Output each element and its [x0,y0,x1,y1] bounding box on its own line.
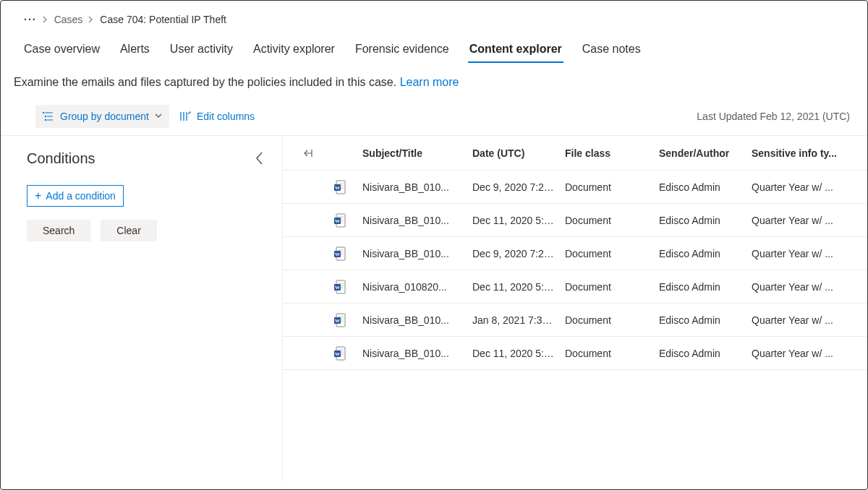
cell-sensitive-info: Quarter Year w/ ... [752,281,847,293]
svg-point-3 [43,112,43,113]
learn-more-link[interactable]: Learn more [400,76,459,88]
tab-user-activity[interactable]: User activity [169,38,234,63]
results-table: Subject/Title Date (UTC) File class Send… [283,136,867,482]
chevron-down-icon [155,113,162,119]
header-file-class[interactable]: File class [565,147,659,159]
table-row[interactable]: WNisivara_BB_010...Dec 9, 2020 7:25 ...D… [283,171,867,204]
tab-content-explorer[interactable]: Content explorer [468,38,563,63]
conditions-panel: Conditions + Add a condition Search Clea… [1,136,283,482]
word-document-icon: W [333,346,362,361]
subtitle-text: Examine the emails and files captured by… [14,76,400,88]
breadcrumb: ··· Cases Case 704: Potential IP Theft [1,14,867,38]
cell-subject: Nisivara_BB_010... [362,248,472,259]
command-bar: Group by document Edit columns Last Upda… [1,105,867,135]
add-condition-button[interactable]: + Add a condition [27,185,124,207]
svg-text:W: W [335,318,340,324]
cell-sender: Edisco Admin [659,248,752,259]
group-by-label: Group by document [60,111,149,122]
cell-sender: Edisco Admin [659,348,752,359]
table-row[interactable]: WNisivara_BB_010...Dec 11, 2020 5:4...Do… [283,204,867,237]
search-button[interactable]: Search [27,220,90,241]
add-condition-label: Add a condition [46,190,116,202]
cell-date: Jan 8, 2021 7:34 ... [472,314,565,326]
breadcrumb-item-cases[interactable]: Cases [54,14,83,25]
svg-text:W: W [335,252,340,257]
chevron-right-icon [43,16,48,23]
cell-subject: Nisivara_BB_010... [362,215,472,226]
cell-file-class: Document [565,314,659,326]
cell-date: Dec 11, 2020 5:4... [472,348,565,359]
cell-sensitive-info: Quarter Year w/ ... [752,348,847,359]
cell-sender: Edisco Admin [659,181,752,193]
tab-alerts[interactable]: Alerts [119,38,151,63]
tab-activity-explorer[interactable]: Activity explorer [252,38,336,63]
cell-file-class: Document [565,281,659,293]
svg-text:W: W [335,218,340,224]
word-document-icon: W [333,213,362,228]
header-sensitive-info[interactable]: Sensitive info ty... [752,147,847,159]
cell-date: Dec 11, 2020 5:4... [472,215,565,226]
svg-point-4 [45,116,46,116]
cell-date: Dec 11, 2020 5:4... [472,281,565,293]
word-document-icon: W [333,313,362,327]
tab-bar: Case overviewAlertsUser activityActivity… [1,38,867,72]
cell-file-class: Document [565,248,659,259]
word-document-icon: W [333,280,362,294]
cell-file-class: Document [565,215,659,226]
svg-point-5 [45,119,46,120]
cell-sensitive-info: Quarter Year w/ ... [752,215,847,226]
table-row[interactable]: WNisivara_BB_010...Dec 11, 2020 5:4...Do… [283,337,867,370]
cell-sensitive-info: Quarter Year w/ ... [752,181,847,193]
header-sender[interactable]: Sender/Author [659,147,752,159]
cell-date: Dec 9, 2020 7:25 ... [472,248,565,259]
word-document-icon: W [333,246,362,261]
clear-button[interactable]: Clear [101,220,156,241]
cell-subject: Nisivara_BB_010... [362,314,472,326]
cell-sender: Edisco Admin [659,281,752,293]
cell-subject: Nisivara_010820... [362,281,472,293]
table-row[interactable]: WNisivara_BB_010...Jan 8, 2021 7:34 ...D… [283,304,867,337]
list-group-icon [43,111,54,121]
chevron-right-icon [88,16,94,23]
tab-case-overview[interactable]: Case overview [22,38,101,63]
table-row[interactable]: WNisivara_BB_010...Dec 9, 2020 7:25 ...D… [283,237,867,270]
breadcrumb-item-current[interactable]: Case 704: Potential IP Theft [100,14,226,25]
edit-columns-label: Edit columns [197,111,255,122]
table-row[interactable]: WNisivara_010820...Dec 11, 2020 5:4...Do… [283,270,867,304]
svg-text:W: W [335,185,340,191]
tab-case-notes[interactable]: Case notes [581,38,642,63]
conditions-title: Conditions [27,150,95,167]
edit-columns-icon [179,111,191,121]
tab-forensic-evidence[interactable]: Forensic evidence [354,38,451,63]
group-by-button[interactable]: Group by document [35,105,169,128]
cell-file-class: Document [565,348,659,359]
cell-sender: Edisco Admin [659,215,752,226]
word-document-icon: W [333,180,362,194]
plus-icon: + [35,190,41,202]
cell-subject: Nisivara_BB_010... [362,181,472,193]
collapse-panel-button[interactable] [252,147,268,169]
svg-text:W: W [335,285,340,291]
cell-date: Dec 9, 2020 7:25 ... [472,181,565,193]
edit-columns-button[interactable]: Edit columns [172,105,262,128]
table-header: Subject/Title Date (UTC) File class Send… [283,136,867,171]
cell-sensitive-info: Quarter Year w/ ... [752,248,847,259]
breadcrumb-more-icon[interactable]: ··· [24,14,37,25]
collapse-column-button[interactable] [283,149,333,158]
cell-subject: Nisivara_BB_010... [362,348,472,359]
header-date[interactable]: Date (UTC) [472,147,565,159]
cell-sender: Edisco Admin [659,314,752,326]
svg-text:W: W [335,351,340,357]
cell-sensitive-info: Quarter Year w/ ... [752,314,847,326]
page-subtitle: Examine the emails and files captured by… [1,72,867,105]
cell-file-class: Document [565,181,659,193]
header-subject[interactable]: Subject/Title [362,147,472,159]
last-updated-label: Last Updated Feb 12, 2021 (UTC) [697,111,850,122]
